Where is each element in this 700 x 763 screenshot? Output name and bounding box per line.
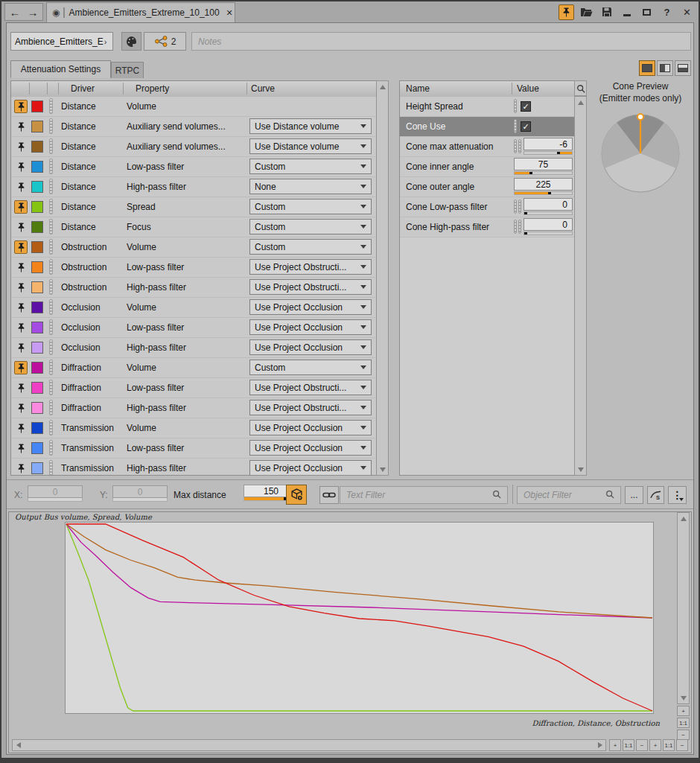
pin-toggle[interactable] <box>14 361 28 374</box>
x-coordinate-field[interactable]: 0 <box>28 485 83 502</box>
scroll-up-icon[interactable] <box>575 98 586 107</box>
pin-toggle[interactable] <box>14 281 28 294</box>
property-table-scrollbar[interactable] <box>574 96 587 476</box>
curve-color-swatch[interactable] <box>31 422 43 434</box>
curve-color-swatch[interactable] <box>31 121 43 133</box>
scroll-left-icon[interactable] <box>13 740 23 750</box>
curve-row[interactable]: DiffractionHigh-pass filterUse Project O… <box>11 398 376 418</box>
scroll-up-icon[interactable] <box>377 82 388 92</box>
notes-field[interactable]: Notes <box>191 32 691 51</box>
graph-zoom-button[interactable]: + <box>649 739 661 751</box>
value-slider[interactable] <box>514 191 573 195</box>
grip-pill[interactable] <box>514 199 517 214</box>
pin-toggle[interactable] <box>14 240 28 254</box>
property-row[interactable]: Cone Use✓ <box>400 117 574 137</box>
tab-rtpc[interactable]: RTPC <box>111 62 144 78</box>
curve-color-swatch[interactable] <box>31 322 43 333</box>
graph-vertical-scrollbar[interactable] <box>677 512 690 704</box>
scroll-down-icon[interactable] <box>575 464 586 474</box>
pin-toggle[interactable] <box>14 200 28 214</box>
curve-color-swatch[interactable] <box>31 221 43 233</box>
curve-row[interactable]: DistanceAuxiliary send volumes...Use Dis… <box>11 137 376 157</box>
curve-select[interactable]: Custom <box>249 239 372 255</box>
curve-select[interactable]: Use Distance volume <box>249 118 372 134</box>
curve-color-swatch[interactable] <box>31 201 43 213</box>
pin-toggle[interactable] <box>14 321 28 334</box>
column-value[interactable]: Value <box>517 81 539 97</box>
curve-select[interactable]: Use Project Occlusion <box>249 299 372 315</box>
column-name[interactable]: Name <box>406 81 430 97</box>
curve-select[interactable]: Custom <box>249 360 372 375</box>
value-box[interactable]: 75 <box>514 158 573 170</box>
document-tab[interactable]: ◉ Ambience_Emitters_Extreme_10_100 ✕ <box>46 2 235 22</box>
close-button[interactable]: ✕ <box>679 4 695 20</box>
curve-row[interactable]: DiffractionLow-pass filterUse Project Ob… <box>11 378 376 398</box>
column-curve[interactable]: Curve <box>251 81 275 97</box>
value-slider[interactable] <box>524 232 573 235</box>
pin-view-button[interactable] <box>559 4 574 20</box>
scroll-right-icon[interactable] <box>595 740 605 750</box>
scroll-down-icon[interactable] <box>678 693 689 703</box>
open-button[interactable] <box>579 4 594 20</box>
curve-select[interactable]: Use Project Occlusion <box>249 460 372 476</box>
help-button[interactable]: ? <box>659 4 675 20</box>
object-filter-input[interactable]: Object Filter <box>517 486 621 504</box>
curve-color-swatch[interactable] <box>31 161 43 173</box>
curve-color-swatch[interactable] <box>31 141 43 153</box>
color-picker-button[interactable] <box>121 32 141 51</box>
property-search-button[interactable] <box>574 80 587 96</box>
curve-plot-area[interactable] <box>65 522 654 714</box>
grip-pill[interactable] <box>514 220 517 234</box>
pin-toggle[interactable] <box>14 180 28 194</box>
curve-select[interactable]: Use Distance volume <box>249 138 372 154</box>
pin-toggle[interactable] <box>14 140 28 153</box>
curve-row[interactable]: DistanceHigh-pass filterNone <box>11 177 376 197</box>
curve-select[interactable]: Use Project Obstructi... <box>249 279 372 295</box>
curve-color-swatch[interactable] <box>31 342 43 354</box>
pin-toggle[interactable] <box>14 261 28 274</box>
sharesets-button[interactable]: 2 <box>144 32 186 51</box>
property-row[interactable]: Cone Low-pass filter0 <box>400 197 574 217</box>
curve-color-swatch[interactable] <box>31 100 43 112</box>
curve-select[interactable]: Use Project Obstructi... <box>249 400 372 415</box>
curve-select[interactable]: None <box>249 179 372 194</box>
curve-row[interactable]: DistanceSpreadCustom <box>11 197 376 217</box>
attenuation-curve-obstruction-volume[interactable] <box>66 524 652 618</box>
graph-zoom-button[interactable]: 1:1 <box>623 739 634 751</box>
tab-close-icon[interactable]: ✕ <box>226 8 233 18</box>
graph-horizontal-scrollbar[interactable] <box>12 739 606 751</box>
curve-select[interactable]: Use Project Obstructi... <box>249 259 372 275</box>
pin-toggle[interactable] <box>14 120 28 133</box>
checkbox[interactable]: ✓ <box>521 101 531 112</box>
grip-pill[interactable] <box>514 139 517 153</box>
grip-pill[interactable] <box>514 99 517 113</box>
graph-zoom-button[interactable]: 1:1 <box>663 739 675 751</box>
grip-pill[interactable] <box>514 119 517 133</box>
curve-row[interactable]: DistanceVolume <box>11 97 376 117</box>
cone-preview-diagram[interactable] <box>599 110 681 194</box>
curve-row[interactable]: DistanceLow-pass filterCustom <box>11 157 376 177</box>
curve-row[interactable]: TransmissionHigh-pass filterUse Project … <box>11 459 376 476</box>
minimize-button[interactable] <box>619 4 634 20</box>
property-row[interactable]: Cone High-pass filter0 <box>400 217 574 237</box>
pin-toggle[interactable] <box>14 381 28 395</box>
property-row[interactable]: Cone inner angle75 <box>400 157 574 177</box>
curve-row[interactable]: DiffractionVolumeCustom <box>11 358 376 378</box>
curve-select[interactable]: Use Project Occlusion <box>249 420 372 435</box>
curve-select[interactable]: Use Project Occlusion <box>249 319 372 335</box>
back-button[interactable]: ← <box>10 7 21 18</box>
curve-color-swatch[interactable] <box>31 281 43 293</box>
curve-color-swatch[interactable] <box>31 301 43 313</box>
attenuation-curve-distance-spread[interactable] <box>66 524 652 711</box>
attenuation-preview-button[interactable] <box>286 485 307 505</box>
curve-row[interactable]: DistanceAuxiliary send volumes...Use Dis… <box>11 117 376 137</box>
pin-toggle[interactable] <box>14 401 28 415</box>
curve-color-swatch[interactable] <box>31 462 43 474</box>
curve-select[interactable]: Use Project Obstructi... <box>249 380 372 395</box>
pin-toggle[interactable] <box>14 301 28 314</box>
pin-toggle[interactable] <box>14 341 28 354</box>
object-name-field[interactable]: Ambience_Emitters_E› <box>10 32 113 51</box>
curve-table-scrollbar[interactable] <box>376 80 389 476</box>
curve-row[interactable]: ObstructionLow-pass filterUse Project Ob… <box>11 258 376 278</box>
attenuation-curve-distance-volume[interactable] <box>66 524 652 711</box>
